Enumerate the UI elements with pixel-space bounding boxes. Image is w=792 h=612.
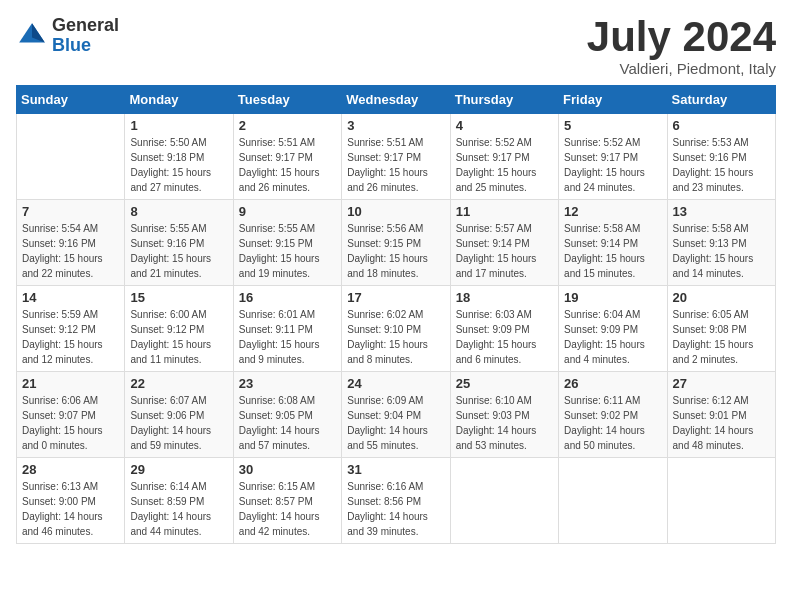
weekday-header-thursday: Thursday bbox=[450, 86, 558, 114]
calendar-cell: 1Sunrise: 5:50 AMSunset: 9:18 PMDaylight… bbox=[125, 114, 233, 200]
day-number: 9 bbox=[239, 204, 336, 219]
day-info: Sunrise: 5:52 AMSunset: 9:17 PMDaylight:… bbox=[456, 135, 553, 195]
day-number: 12 bbox=[564, 204, 661, 219]
calendar-cell: 25Sunrise: 6:10 AMSunset: 9:03 PMDayligh… bbox=[450, 372, 558, 458]
day-info: Sunrise: 5:55 AMSunset: 9:16 PMDaylight:… bbox=[130, 221, 227, 281]
calendar-cell: 26Sunrise: 6:11 AMSunset: 9:02 PMDayligh… bbox=[559, 372, 667, 458]
calendar-cell bbox=[450, 458, 558, 544]
day-number: 21 bbox=[22, 376, 119, 391]
day-info: Sunrise: 6:05 AMSunset: 9:08 PMDaylight:… bbox=[673, 307, 770, 367]
day-info: Sunrise: 5:50 AMSunset: 9:18 PMDaylight:… bbox=[130, 135, 227, 195]
day-info: Sunrise: 5:58 AMSunset: 9:13 PMDaylight:… bbox=[673, 221, 770, 281]
day-number: 10 bbox=[347, 204, 444, 219]
day-number: 1 bbox=[130, 118, 227, 133]
calendar-cell: 11Sunrise: 5:57 AMSunset: 9:14 PMDayligh… bbox=[450, 200, 558, 286]
calendar-cell: 9Sunrise: 5:55 AMSunset: 9:15 PMDaylight… bbox=[233, 200, 341, 286]
day-info: Sunrise: 6:16 AMSunset: 8:56 PMDaylight:… bbox=[347, 479, 444, 539]
calendar-cell: 7Sunrise: 5:54 AMSunset: 9:16 PMDaylight… bbox=[17, 200, 125, 286]
calendar-cell: 12Sunrise: 5:58 AMSunset: 9:14 PMDayligh… bbox=[559, 200, 667, 286]
day-number: 26 bbox=[564, 376, 661, 391]
day-number: 11 bbox=[456, 204, 553, 219]
calendar-cell: 24Sunrise: 6:09 AMSunset: 9:04 PMDayligh… bbox=[342, 372, 450, 458]
day-number: 15 bbox=[130, 290, 227, 305]
calendar-cell: 23Sunrise: 6:08 AMSunset: 9:05 PMDayligh… bbox=[233, 372, 341, 458]
calendar-cell: 17Sunrise: 6:02 AMSunset: 9:10 PMDayligh… bbox=[342, 286, 450, 372]
day-number: 28 bbox=[22, 462, 119, 477]
day-info: Sunrise: 6:10 AMSunset: 9:03 PMDaylight:… bbox=[456, 393, 553, 453]
calendar-cell: 5Sunrise: 5:52 AMSunset: 9:17 PMDaylight… bbox=[559, 114, 667, 200]
day-info: Sunrise: 6:09 AMSunset: 9:04 PMDaylight:… bbox=[347, 393, 444, 453]
day-info: Sunrise: 6:12 AMSunset: 9:01 PMDaylight:… bbox=[673, 393, 770, 453]
calendar-cell: 8Sunrise: 5:55 AMSunset: 9:16 PMDaylight… bbox=[125, 200, 233, 286]
day-info: Sunrise: 6:03 AMSunset: 9:09 PMDaylight:… bbox=[456, 307, 553, 367]
day-number: 31 bbox=[347, 462, 444, 477]
calendar-cell: 27Sunrise: 6:12 AMSunset: 9:01 PMDayligh… bbox=[667, 372, 775, 458]
day-info: Sunrise: 5:55 AMSunset: 9:15 PMDaylight:… bbox=[239, 221, 336, 281]
day-info: Sunrise: 5:53 AMSunset: 9:16 PMDaylight:… bbox=[673, 135, 770, 195]
day-info: Sunrise: 6:15 AMSunset: 8:57 PMDaylight:… bbox=[239, 479, 336, 539]
weekday-header-friday: Friday bbox=[559, 86, 667, 114]
weekday-header-wednesday: Wednesday bbox=[342, 86, 450, 114]
calendar-cell: 3Sunrise: 5:51 AMSunset: 9:17 PMDaylight… bbox=[342, 114, 450, 200]
day-info: Sunrise: 5:51 AMSunset: 9:17 PMDaylight:… bbox=[239, 135, 336, 195]
calendar-week-2: 7Sunrise: 5:54 AMSunset: 9:16 PMDaylight… bbox=[17, 200, 776, 286]
day-number: 29 bbox=[130, 462, 227, 477]
weekday-header-tuesday: Tuesday bbox=[233, 86, 341, 114]
calendar-week-1: 1Sunrise: 5:50 AMSunset: 9:18 PMDaylight… bbox=[17, 114, 776, 200]
calendar-week-5: 28Sunrise: 6:13 AMSunset: 9:00 PMDayligh… bbox=[17, 458, 776, 544]
day-info: Sunrise: 6:14 AMSunset: 8:59 PMDaylight:… bbox=[130, 479, 227, 539]
logo-blue: Blue bbox=[52, 36, 119, 56]
day-number: 20 bbox=[673, 290, 770, 305]
day-info: Sunrise: 6:11 AMSunset: 9:02 PMDaylight:… bbox=[564, 393, 661, 453]
calendar-table: SundayMondayTuesdayWednesdayThursdayFrid… bbox=[16, 85, 776, 544]
day-number: 18 bbox=[456, 290, 553, 305]
day-info: Sunrise: 5:52 AMSunset: 9:17 PMDaylight:… bbox=[564, 135, 661, 195]
day-info: Sunrise: 5:54 AMSunset: 9:16 PMDaylight:… bbox=[22, 221, 119, 281]
calendar-cell: 30Sunrise: 6:15 AMSunset: 8:57 PMDayligh… bbox=[233, 458, 341, 544]
day-info: Sunrise: 6:13 AMSunset: 9:00 PMDaylight:… bbox=[22, 479, 119, 539]
calendar-week-3: 14Sunrise: 5:59 AMSunset: 9:12 PMDayligh… bbox=[17, 286, 776, 372]
day-number: 19 bbox=[564, 290, 661, 305]
day-info: Sunrise: 6:01 AMSunset: 9:11 PMDaylight:… bbox=[239, 307, 336, 367]
day-info: Sunrise: 5:51 AMSunset: 9:17 PMDaylight:… bbox=[347, 135, 444, 195]
day-number: 23 bbox=[239, 376, 336, 391]
day-number: 2 bbox=[239, 118, 336, 133]
day-info: Sunrise: 6:07 AMSunset: 9:06 PMDaylight:… bbox=[130, 393, 227, 453]
calendar-cell: 2Sunrise: 5:51 AMSunset: 9:17 PMDaylight… bbox=[233, 114, 341, 200]
day-number: 5 bbox=[564, 118, 661, 133]
page-header: General Blue July 2024 Valdieri, Piedmon… bbox=[16, 16, 776, 77]
weekday-header-saturday: Saturday bbox=[667, 86, 775, 114]
calendar-cell: 19Sunrise: 6:04 AMSunset: 9:09 PMDayligh… bbox=[559, 286, 667, 372]
calendar-cell: 21Sunrise: 6:06 AMSunset: 9:07 PMDayligh… bbox=[17, 372, 125, 458]
calendar-cell: 4Sunrise: 5:52 AMSunset: 9:17 PMDaylight… bbox=[450, 114, 558, 200]
calendar-cell bbox=[559, 458, 667, 544]
day-number: 4 bbox=[456, 118, 553, 133]
day-info: Sunrise: 5:56 AMSunset: 9:15 PMDaylight:… bbox=[347, 221, 444, 281]
logo-icon bbox=[16, 20, 48, 52]
logo: General Blue bbox=[16, 16, 119, 56]
weekday-header-sunday: Sunday bbox=[17, 86, 125, 114]
weekday-header-monday: Monday bbox=[125, 86, 233, 114]
day-number: 8 bbox=[130, 204, 227, 219]
day-number: 14 bbox=[22, 290, 119, 305]
calendar-cell: 28Sunrise: 6:13 AMSunset: 9:00 PMDayligh… bbox=[17, 458, 125, 544]
day-number: 6 bbox=[673, 118, 770, 133]
calendar-cell bbox=[17, 114, 125, 200]
calendar-cell: 15Sunrise: 6:00 AMSunset: 9:12 PMDayligh… bbox=[125, 286, 233, 372]
day-info: Sunrise: 6:04 AMSunset: 9:09 PMDaylight:… bbox=[564, 307, 661, 367]
day-info: Sunrise: 6:02 AMSunset: 9:10 PMDaylight:… bbox=[347, 307, 444, 367]
day-number: 25 bbox=[456, 376, 553, 391]
calendar-cell: 18Sunrise: 6:03 AMSunset: 9:09 PMDayligh… bbox=[450, 286, 558, 372]
logo-general: General bbox=[52, 16, 119, 36]
calendar-cell: 10Sunrise: 5:56 AMSunset: 9:15 PMDayligh… bbox=[342, 200, 450, 286]
day-number: 3 bbox=[347, 118, 444, 133]
calendar-cell: 6Sunrise: 5:53 AMSunset: 9:16 PMDaylight… bbox=[667, 114, 775, 200]
calendar-cell: 31Sunrise: 6:16 AMSunset: 8:56 PMDayligh… bbox=[342, 458, 450, 544]
calendar-cell: 13Sunrise: 5:58 AMSunset: 9:13 PMDayligh… bbox=[667, 200, 775, 286]
day-number: 27 bbox=[673, 376, 770, 391]
calendar-cell: 20Sunrise: 6:05 AMSunset: 9:08 PMDayligh… bbox=[667, 286, 775, 372]
day-info: Sunrise: 6:06 AMSunset: 9:07 PMDaylight:… bbox=[22, 393, 119, 453]
title-block: July 2024 Valdieri, Piedmont, Italy bbox=[587, 16, 776, 77]
month-title: July 2024 bbox=[587, 16, 776, 58]
weekday-header-row: SundayMondayTuesdayWednesdayThursdayFrid… bbox=[17, 86, 776, 114]
